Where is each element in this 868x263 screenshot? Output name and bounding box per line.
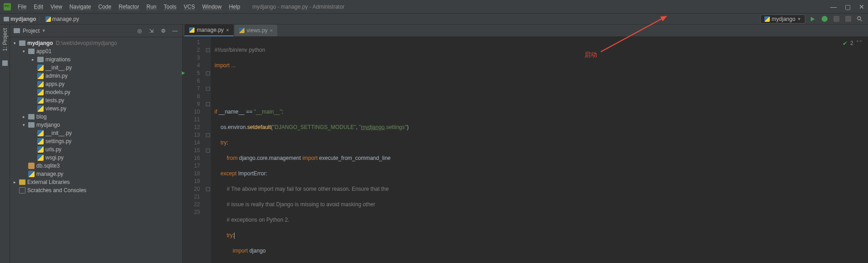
- expand-all-icon[interactable]: ⇲: [148, 27, 155, 35]
- panel-title[interactable]: Project: [23, 28, 40, 34]
- menu-tools[interactable]: Tools: [160, 2, 180, 11]
- tree-folder-mydjango[interactable]: ▾ mydjango: [10, 121, 182, 129]
- structure-tool-tab[interactable]: [2, 60, 8, 66]
- tree-folder-blog[interactable]: ▸ blog: [10, 113, 182, 121]
- run-line-icon[interactable]: [182, 71, 185, 75]
- tree-file-manage[interactable]: manage.py: [10, 170, 182, 178]
- menu-code[interactable]: Code: [95, 2, 115, 11]
- app-icon: [4, 3, 11, 10]
- tree-file[interactable]: admin.py: [10, 72, 182, 80]
- tree-label: models.py: [45, 89, 70, 95]
- menu-file[interactable]: File: [15, 2, 30, 11]
- tree-file[interactable]: views.py: [10, 104, 182, 113]
- expand-arrow-icon[interactable]: ▸: [23, 114, 28, 119]
- expand-arrow-icon[interactable]: ▾: [23, 49, 28, 54]
- expand-arrow-icon[interactable]: ▾: [23, 123, 28, 127]
- menu-vcs[interactable]: VCS: [180, 2, 198, 11]
- expand-arrow-icon[interactable]: ▸: [14, 180, 19, 184]
- menu-refactor[interactable]: Refactor: [115, 2, 142, 11]
- text-caret: [234, 233, 234, 239]
- inspection-status[interactable]: ✔ 2 ˄ ˅: [843, 40, 862, 47]
- hide-icon[interactable]: —: [171, 27, 179, 35]
- close-icon[interactable]: ×: [226, 27, 229, 33]
- breadcrumb-file[interactable]: manage.py: [45, 16, 79, 22]
- tree-label: app01: [36, 48, 51, 55]
- project-tree[interactable]: ▾ mydjango D:\web\devops\mydjango ▾ app0…: [10, 37, 182, 263]
- expand-arrow-icon[interactable]: ▾: [14, 41, 19, 45]
- gear-icon[interactable]: ⚙: [160, 27, 167, 35]
- editor-area: manage.py × views.py × 1 2 3 4 5 6 7 8 9…: [183, 25, 868, 263]
- python-file-icon: [45, 16, 51, 22]
- chevron-down-icon: ▼: [797, 17, 801, 21]
- close-button[interactable]: ✕: [859, 3, 864, 10]
- breadcrumb: mydjango 〉 manage.py: [4, 15, 79, 23]
- fold-icon[interactable]: −: [206, 149, 210, 153]
- stop-icon: [845, 16, 851, 22]
- tree-folder-app01[interactable]: ▾ app01: [10, 47, 182, 55]
- expand-arrow-icon[interactable]: ▸: [32, 57, 37, 62]
- run-button[interactable]: [808, 15, 817, 24]
- search-everywhere-button[interactable]: [855, 15, 864, 24]
- tree-file[interactable]: __init__.py: [10, 129, 182, 137]
- editor-tab-active[interactable]: manage.py ×: [185, 25, 234, 36]
- menu-navigate[interactable]: Navigate: [66, 2, 94, 11]
- tree-label: mydjango: [36, 122, 60, 128]
- tree-root[interactable]: ▾ mydjango D:\web\devops\mydjango: [10, 39, 182, 47]
- tree-label: settings.py: [45, 138, 71, 144]
- python-file-icon: [37, 138, 44, 144]
- tree-file[interactable]: apps.py: [10, 80, 182, 88]
- menu-edit[interactable]: Edit: [30, 2, 46, 11]
- database-icon: [28, 163, 35, 169]
- scratch-icon: [19, 187, 25, 194]
- python-file-icon: [37, 154, 44, 161]
- editor-body[interactable]: 1 2 3 4 5 6 7 8 9 10 11 12 13 14 15 16 1…: [183, 37, 868, 263]
- fold-gutter: + − − − − − −: [205, 37, 211, 263]
- folder-icon: [19, 40, 25, 46]
- menu-window[interactable]: Window: [199, 2, 225, 11]
- main: 1: Project Project ▼ ◎ ⇲ ⚙ — ▾ mydjango …: [0, 25, 868, 263]
- nav-arrows-icon[interactable]: ˄ ˅: [856, 40, 862, 47]
- window-controls: — ▢ ✕: [830, 3, 864, 10]
- folder-icon: [28, 122, 35, 128]
- folder-icon: [28, 114, 35, 119]
- fold-icon[interactable]: −: [206, 87, 210, 91]
- fold-icon[interactable]: −: [206, 133, 210, 137]
- tree-file[interactable]: urls.py: [10, 145, 182, 154]
- python-file-icon: [37, 73, 44, 79]
- minimize-button[interactable]: —: [830, 3, 837, 10]
- tree-scratches[interactable]: Scratches and Consoles: [10, 186, 182, 194]
- tree-file[interactable]: settings.py: [10, 137, 182, 145]
- project-tool-tab[interactable]: 1: Project: [2, 28, 8, 51]
- coverage-button[interactable]: [832, 15, 841, 24]
- tree-file[interactable]: __init__.py: [10, 64, 182, 72]
- titlebar: File Edit View Navigate Code Refactor Ru…: [0, 0, 868, 14]
- close-icon[interactable]: ×: [270, 28, 273, 33]
- tree-file[interactable]: models.py: [10, 88, 182, 96]
- left-tool-gutter: 1: Project: [0, 25, 10, 263]
- fold-icon[interactable]: +: [206, 48, 210, 52]
- run-config-name: mydjango: [772, 16, 795, 22]
- stop-button[interactable]: [843, 15, 853, 24]
- fold-icon[interactable]: −: [206, 102, 210, 106]
- python-file-icon: [239, 28, 244, 33]
- tree-file[interactable]: wsgi.py: [10, 154, 182, 162]
- tree-folder-migrations[interactable]: ▸ migrations: [10, 55, 182, 64]
- fold-icon[interactable]: −: [206, 71, 210, 75]
- fold-icon[interactable]: −: [206, 187, 210, 191]
- locate-icon[interactable]: ◎: [136, 27, 143, 35]
- menu-view[interactable]: View: [47, 2, 65, 11]
- tree-label: apps.py: [45, 81, 65, 87]
- menu-help[interactable]: Help: [226, 2, 244, 11]
- tree-external-libs[interactable]: ▸ External Libraries: [10, 178, 182, 186]
- tree-file-db[interactable]: db.sqlite3: [10, 162, 182, 170]
- editor-tab-inactive[interactable]: views.py ×: [234, 25, 277, 36]
- code-content[interactable]: #!/usr/bin/env python import ... if __na…: [211, 37, 868, 263]
- tree-file[interactable]: tests.py: [10, 96, 182, 104]
- maximize-button[interactable]: ▢: [845, 3, 851, 10]
- menu-run[interactable]: Run: [143, 2, 160, 11]
- breadcrumb-root[interactable]: mydjango: [4, 16, 36, 22]
- debug-button[interactable]: [820, 15, 829, 24]
- tree-label: __init__.py: [45, 65, 72, 71]
- chevron-down-icon[interactable]: ▼: [41, 28, 46, 33]
- run-config-selector[interactable]: mydjango ▼: [760, 15, 805, 24]
